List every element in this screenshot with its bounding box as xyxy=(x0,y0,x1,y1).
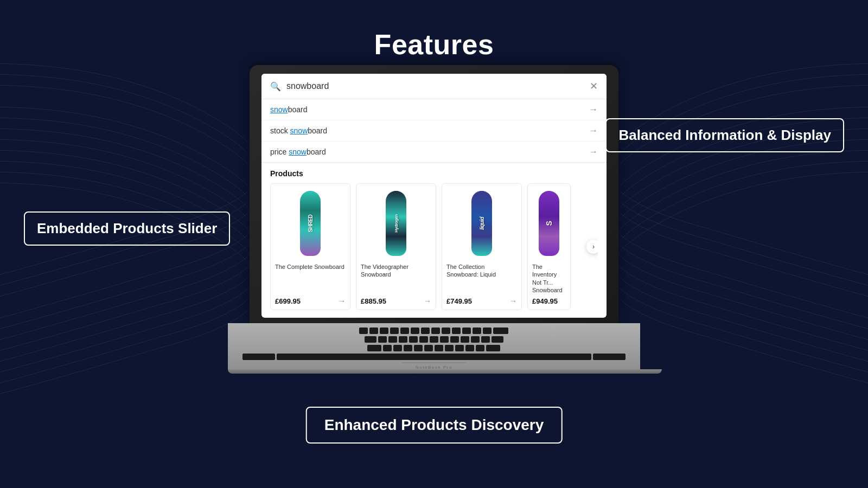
laptop-trackpad xyxy=(401,362,467,363)
suggestion-item[interactable]: stock snowboard → xyxy=(261,120,607,142)
product-price: £749.95 xyxy=(446,297,472,305)
slider-next-button[interactable]: › xyxy=(586,240,598,254)
close-icon[interactable]: ✕ xyxy=(590,80,598,92)
product-image: SHRED xyxy=(275,188,346,259)
page-title: Features xyxy=(374,28,494,61)
product-name: The Videographer Snowboard xyxy=(361,263,431,293)
embedded-products-slider-label: Embedded Products Slider xyxy=(24,211,230,246)
products-grid: SHRED The Complete Snowboard £699.95 → xyxy=(270,183,598,310)
product-image: Hydrogen xyxy=(361,188,431,259)
suggestion-arrow: → xyxy=(589,105,598,114)
search-icon: 🔍 xyxy=(270,81,281,92)
products-section: Products SHRED The Complete Snowboar xyxy=(261,163,607,318)
laptop-bezel: 🔍 ✕ snowboard → stock snowboard → xyxy=(250,65,618,323)
suggestion-text: snowboard xyxy=(270,105,308,114)
search-ui: 🔍 ✕ snowboard → stock snowboard → xyxy=(261,74,607,318)
product-image: S xyxy=(532,188,566,259)
product-price-row: £885.95 → xyxy=(361,297,431,305)
price-arrow-icon: → xyxy=(424,297,431,305)
search-bar[interactable]: 🔍 ✕ xyxy=(261,74,607,99)
product-card[interactable]: Hydrogen The Videographer Snowboard £885… xyxy=(356,183,436,310)
suggestion-arrow: → xyxy=(589,126,598,136)
product-price-row: £949.95 xyxy=(532,297,566,305)
keyboard-keys xyxy=(242,328,626,360)
search-input[interactable] xyxy=(286,81,590,91)
enhanced-discovery-label: Enhanced Products Discovery xyxy=(306,407,563,444)
suggestion-item[interactable]: snowboard → xyxy=(261,99,607,120)
product-name: The Collection Snowboard: Liquid xyxy=(446,263,517,293)
laptop-screen: 🔍 ✕ snowboard → stock snowboard → xyxy=(261,74,607,318)
product-card[interactable]: liquid The Collection Snowboard: Liquid … xyxy=(442,183,522,310)
snowboard-image: liquid xyxy=(471,191,492,256)
price-arrow-icon: → xyxy=(338,297,346,305)
product-card-partial[interactable]: S The Inventory Not Tr... Snowboard £949… xyxy=(527,183,571,310)
suggestion-text: price snowboard xyxy=(270,147,326,156)
laptop-foot xyxy=(228,369,662,374)
laptop-screen-wrapper: 🔍 ✕ snowboard → stock snowboard → xyxy=(250,65,618,374)
product-image: liquid xyxy=(446,188,517,259)
balanced-information-label: Balanced Information & Display xyxy=(605,118,844,152)
product-price: £699.95 xyxy=(275,297,301,305)
suggestion-text: stock snowboard xyxy=(270,126,327,135)
price-arrow-icon: → xyxy=(509,297,517,305)
snowboard-image: S xyxy=(539,191,559,256)
product-price-row: £749.95 → xyxy=(446,297,517,305)
snowboard-image: SHRED xyxy=(300,191,321,256)
product-card[interactable]: SHRED The Complete Snowboard £699.95 → xyxy=(270,183,350,310)
suggestion-item[interactable]: price snowboard → xyxy=(261,142,607,162)
snowboard-image: Hydrogen xyxy=(386,191,406,256)
laptop-keyboard: NoteBook Pro xyxy=(228,323,640,369)
product-price: £885.95 xyxy=(361,297,386,305)
products-label: Products xyxy=(270,169,598,178)
product-price: £949.95 xyxy=(532,297,558,305)
product-name: The Inventory Not Tr... Snowboard xyxy=(532,263,566,294)
product-price-row: £699.95 → xyxy=(275,297,346,305)
laptop-mockup: 🔍 ✕ snowboard → stock snowboard → xyxy=(239,65,629,374)
product-name: The Complete Snowboard xyxy=(275,263,346,293)
suggestions-list: snowboard → stock snowboard → price snow… xyxy=(261,99,607,163)
suggestion-arrow: → xyxy=(589,147,598,157)
